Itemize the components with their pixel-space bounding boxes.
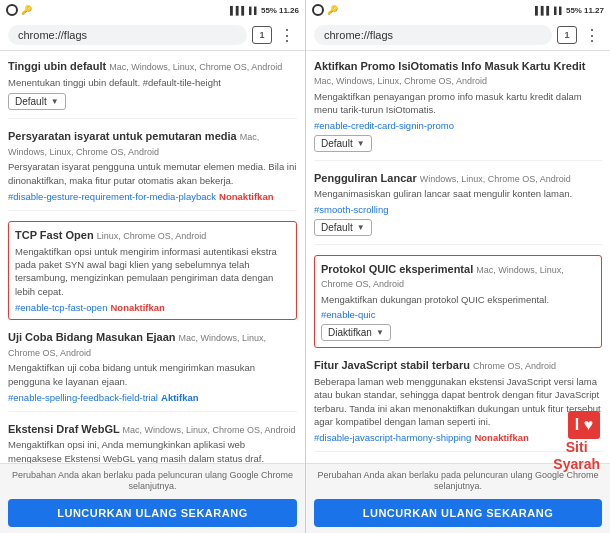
battery-2: 55% — [566, 6, 582, 15]
status-bar-2: 🔑 ▌▌▌ ▌▌ 55% 11.27 — [306, 0, 610, 20]
status-right-2: ▌▌▌ ▌▌ 55% 11.27 — [535, 6, 604, 15]
flag-title-1-4: Uji Coba Bidang Masukan Ejaan Mac, Windo… — [8, 330, 297, 359]
footer-2: Perubahan Anda akan berlaku pada peluncu… — [306, 463, 610, 533]
flag-platform-2-4: Chrome OS, Android — [473, 361, 556, 371]
flag-link-2-2[interactable]: #smooth-scrolling — [314, 204, 388, 215]
flag-platform-1-5: Mac, Windows, Linux, Chrome OS, Android — [123, 425, 296, 435]
footer-text-2: Perubahan Anda akan berlaku pada peluncu… — [314, 470, 602, 493]
flag-title-1-1: Tinggi ubin default Mac, Windows, Linux,… — [8, 59, 297, 74]
battery-1: 55% — [261, 6, 277, 15]
chevron-down-icon-2-2: ▼ — [357, 223, 365, 232]
flag-item-2-1: Aktifkan Promo IsiOtomatis Info Masuk Ka… — [314, 59, 602, 161]
key-icon-1: 🔑 — [21, 5, 32, 15]
flag-select-2-2[interactable]: Default ▼ — [314, 219, 602, 236]
flag-item-1-4: Uji Coba Bidang Masukan Ejaan Mac, Windo… — [8, 330, 297, 412]
chevron-down-icon-2-3: ▼ — [376, 328, 384, 337]
flag-desc-2-3: Mengaktifkan dukungan protokol QUIC eksp… — [321, 293, 595, 306]
tab-count-1[interactable]: 1 — [252, 26, 272, 44]
flag-desc-1-2: Persyaratan isyarat pengguna untuk memut… — [8, 160, 297, 187]
flag-select-2-3[interactable]: Diaktifkan ▼ — [321, 324, 595, 341]
flag-title-2-4: Fitur JavaScript stabil terbaru Chrome O… — [314, 358, 602, 373]
flag-link-2-1[interactable]: #enable-credit-card-signin-promo — [314, 120, 454, 131]
status-bar-1: 🔑 ▌▌▌ ▌▌ 55% 11.26 — [0, 0, 305, 20]
flag-link-2-3[interactable]: #enable-quic — [321, 309, 375, 320]
time-2: 11.27 — [584, 6, 604, 15]
circle-icon-2 — [312, 4, 324, 16]
time-1: 11.26 — [279, 6, 299, 15]
flag-item-2-4: Fitur JavaScript stabil terbaru Chrome O… — [314, 358, 602, 452]
flag-item-2-2: Pengguliran Lancar Windows, Linux, Chrom… — [314, 171, 602, 245]
flag-desc-1-4: Mengaktifkan uji coba bidang untuk mengi… — [8, 361, 297, 388]
flag-title-1-5: Ekstensi Draf WebGL Mac, Windows, Linux,… — [8, 422, 297, 437]
signal-bars-1: ▌▌ — [249, 7, 259, 14]
flag-title-1-2: Persyaratan isyarat untuk pemutaran medi… — [8, 129, 297, 158]
flag-platform-2-1: Mac, Windows, Linux, Chrome OS, Android — [314, 76, 487, 86]
content-2: Aktifkan Promo IsiOtomatis Info Masuk Ka… — [306, 51, 610, 463]
url-input-2[interactable] — [314, 25, 552, 45]
flag-btn-2-4[interactable]: Nonaktifkan — [474, 432, 528, 443]
signal-icon-1: ▌▌▌ — [230, 6, 247, 15]
flag-select-2-1[interactable]: Default ▼ — [314, 135, 602, 152]
chevron-down-icon-2-1: ▼ — [357, 139, 365, 148]
select-box-2-1[interactable]: Default ▼ — [314, 135, 372, 152]
flag-desc-1-3: Mengaktifkan opsi untuk mengirim informa… — [15, 245, 290, 298]
menu-dots-2[interactable]: ⋮ — [582, 26, 602, 45]
flag-title-2-2: Pengguliran Lancar Windows, Linux, Chrom… — [314, 171, 602, 186]
flag-desc-2-4: Beberapa laman web menggunakan ekstensi … — [314, 375, 602, 428]
flag-btn-1-2[interactable]: Nonaktifkan — [219, 191, 273, 202]
flag-item-1-1: Tinggi ubin default Mac, Windows, Linux,… — [8, 59, 297, 119]
url-input-1[interactable] — [8, 25, 247, 45]
tab-count-2[interactable]: 1 — [557, 26, 577, 44]
signal-bars-2: ▌▌ — [554, 7, 564, 14]
key-icon-2: 🔑 — [327, 5, 338, 15]
content-1: Tinggi ubin default Mac, Windows, Linux,… — [0, 51, 305, 463]
flag-select-1-1[interactable]: Default ▼ — [8, 93, 297, 110]
flag-desc-1-5: Mengaktifkan opsi ini, Anda memungkinkan… — [8, 438, 297, 462]
phone-1: 🔑 ▌▌▌ ▌▌ 55% 11.26 1 ⋮ Tinggi ubin defau… — [0, 0, 305, 533]
footer-1: Perubahan Anda akan berlaku pada peluncu… — [0, 463, 305, 533]
flag-platform-2-2: Windows, Linux, Chrome OS, Android — [420, 174, 571, 184]
flag-desc-1-1: Menentukan tinggi ubin default. #default… — [8, 76, 297, 89]
signal-icon-2: ▌▌▌ — [535, 6, 552, 15]
address-bar-2: 1 ⋮ — [306, 20, 610, 51]
select-box-2-3[interactable]: Diaktifkan ▼ — [321, 324, 391, 341]
flag-title-1-3: TCP Fast Open Linux, Chrome OS, Android — [15, 228, 290, 243]
select-box-1-1[interactable]: Default ▼ — [8, 93, 66, 110]
circle-icon-1 — [6, 4, 18, 16]
address-bar-1: 1 ⋮ — [0, 20, 305, 51]
launch-button-1[interactable]: LUNCURKAN ULANG SEKARANG — [8, 499, 297, 527]
flag-platform-1-3: Linux, Chrome OS, Android — [97, 231, 207, 241]
flag-item-2-3: Protokol QUIC eksperimental Mac, Windows… — [314, 255, 602, 349]
flag-item-1-2: Persyaratan isyarat untuk pemutaran medi… — [8, 129, 297, 211]
flag-btn-1-4[interactable]: Aktifkan — [161, 392, 198, 403]
status-right-1: ▌▌▌ ▌▌ 55% 11.26 — [230, 6, 299, 15]
flag-title-2-3: Protokol QUIC eksperimental Mac, Windows… — [321, 262, 595, 291]
flag-item-1-5: Ekstensi Draf WebGL Mac, Windows, Linux,… — [8, 422, 297, 463]
flag-title-2-1: Aktifkan Promo IsiOtomatis Info Masuk Ka… — [314, 59, 602, 88]
chevron-down-icon-1-1: ▼ — [51, 97, 59, 106]
status-left-2: 🔑 — [312, 4, 338, 16]
flag-desc-2-2: Menganimasiskan guliran lancar saat meng… — [314, 187, 602, 200]
flag-platform-1-1: Mac, Windows, Linux, Chrome OS, Android — [109, 62, 282, 72]
status-left-1: 🔑 — [6, 4, 32, 16]
flag-link-1-2[interactable]: #disable-gesture-requirement-for-media-p… — [8, 191, 216, 202]
footer-text-1: Perubahan Anda akan berlaku pada peluncu… — [8, 470, 297, 493]
flag-link-1-3[interactable]: #enable-tcp-fast-open — [15, 302, 107, 313]
menu-dots-1[interactable]: ⋮ — [277, 26, 297, 45]
select-box-2-2[interactable]: Default ▼ — [314, 219, 372, 236]
phone-2: 🔑 ▌▌▌ ▌▌ 55% 11.27 1 ⋮ Aktifkan Promo Is… — [305, 0, 610, 533]
flag-link-1-4[interactable]: #enable-spelling-feedback-field-trial — [8, 392, 158, 403]
flag-item-1-3: TCP Fast Open Linux, Chrome OS, Android … — [8, 221, 297, 320]
flag-btn-1-3[interactable]: Nonaktifkan — [110, 302, 164, 313]
flag-link-2-4[interactable]: #disable-javascript-harmony-shipping — [314, 432, 471, 443]
launch-button-2[interactable]: LUNCURKAN ULANG SEKARANG — [314, 499, 602, 527]
flag-desc-2-1: Mengaktifkan penayangan promo info masuk… — [314, 90, 602, 117]
